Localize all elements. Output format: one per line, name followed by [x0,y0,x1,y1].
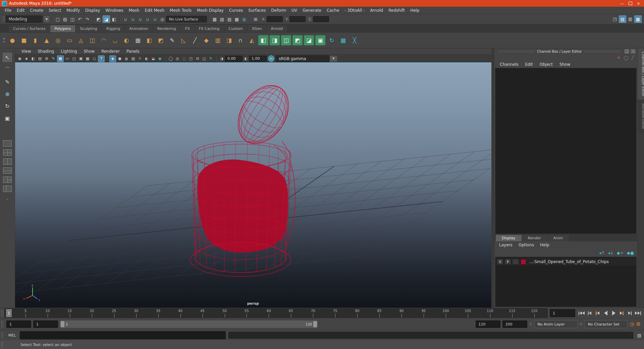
playback-start-field[interactable]: 1 [33,320,58,328]
channel-box-menu-item[interactable]: Object [537,61,555,67]
mel-label[interactable]: MEL [6,333,18,338]
extrude-face-icon[interactable]: ◧ [258,35,268,45]
poly-cone-icon[interactable]: ▲ [42,35,52,45]
help-line-grip[interactable] [1,342,3,347]
bridge-edge-icon[interactable]: ◫ [281,35,291,45]
toolbox-collapse[interactable]: - [7,197,8,201]
tab-channel-box[interactable]: Channel Box / Layer Editor [638,48,644,100]
render-view-icon[interactable]: ▦ [211,16,218,22]
toolbar-grip[interactable] [3,16,4,22]
menubar-item[interactable]: Cache [324,7,342,13]
poly-pyramid-icon[interactable]: ◬ [76,35,86,45]
menubar-item[interactable]: Redshift [386,7,408,13]
subdiv-proxy-icon[interactable]: ◡ [110,35,120,45]
snap-view-plane-icon[interactable]: ∪ [152,16,158,22]
layout-single-pane[interactable] [3,140,12,147]
time-slider-grip[interactable] [1,310,3,316]
minimize-button[interactable]: — [620,1,624,6]
play-forwards-button[interactable] [610,310,617,316]
new-scene-icon[interactable]: □ [54,16,61,22]
mirror-cut-icon[interactable]: ↻ [327,35,337,45]
layout-four-pane[interactable] [3,149,12,156]
layer-editor-tab[interactable]: Render [522,235,547,241]
rotate-tool[interactable]: ↻ [2,101,12,111]
ipr-render-icon[interactable]: ▨ [226,16,233,22]
menubar-item[interactable]: Display [83,7,103,13]
move-layer-up-icon[interactable]: ◂↑ [599,250,605,255]
save-scene-icon[interactable]: ◫ [69,16,76,22]
gamma-select[interactable]: sRGB gamma [276,55,329,62]
target-weld-icon[interactable]: ◆ [201,35,211,45]
menubar-item[interactable]: Mesh [126,7,142,13]
layer-color-swatch[interactable] [521,259,526,265]
poly-sphere-icon[interactable]: ● [7,35,17,45]
workspace-icon[interactable]: ◳ [611,15,618,22]
select-tool[interactable]: ↖ [2,52,13,63]
current-frame-field[interactable]: 1 [550,309,575,317]
move-layer-down-icon[interactable]: ◂↓ [608,250,613,255]
shadows-icon[interactable]: ◐ [144,56,150,62]
poly-cube-icon[interactable]: ■ [19,35,29,45]
bevel-icon[interactable]: ◨ [224,35,234,45]
menubar-item[interactable]: Mesh Display [194,7,226,13]
xray-joints-icon[interactable]: ◎ [174,56,180,62]
snap-projected-center-icon[interactable]: ∪ [144,16,151,22]
range-bar[interactable]: 1 120 [60,320,318,328]
new-layer-from-selected-icon[interactable]: ◆● [627,250,634,255]
shelf-tab[interactable]: FX [181,25,195,32]
merge-icon[interactable]: ▦ [133,35,143,45]
image-plane-icon[interactable]: ▤ [37,56,43,62]
menubar-item[interactable]: Select [46,7,64,13]
layer-playback-toggle[interactable]: P [504,259,511,265]
snap-point-icon[interactable]: ∪ [137,16,144,22]
menubar-item[interactable]: Create [27,7,46,13]
poly-plane-icon[interactable]: ▭ [64,35,74,45]
zoom-region-icon[interactable]: ◱ [201,56,207,62]
mel-result-field[interactable] [228,331,634,339]
camera-attributes-icon[interactable]: ◈ [23,56,30,62]
layout-outliner-persp[interactable] [3,186,12,192]
channel-box-menu-item[interactable]: Show [557,61,573,67]
make-live-icon[interactable]: ◎ [159,16,166,22]
play-backwards-button[interactable] [602,310,609,316]
live-surface-field[interactable]: No Live Surface [166,16,207,22]
booleans-icon[interactable]: ◧ [144,35,154,45]
panel-divider[interactable] [491,48,494,308]
safe-title-icon[interactable]: T [98,55,105,62]
step-forward-key-button[interactable] [618,310,625,316]
all-lights-icon[interactable]: ☼ [137,56,143,62]
menubar-item[interactable]: Generate [300,7,324,13]
viewport-menu-item[interactable]: View [18,49,34,54]
resolution-gate-icon[interactable]: ◫ [71,56,77,62]
poly-cylinder-icon[interactable]: ▮ [30,35,40,45]
contrast-field[interactable]: 1.00 [249,56,267,62]
menubar-item[interactable]: Deform [268,7,289,13]
motion-blur-icon[interactable]: ◉ [157,56,163,62]
shelf-tab[interactable]: Rigging [102,25,125,32]
contrast-icon[interactable]: ◐ [243,56,249,62]
menubar-item[interactable]: Help [408,7,422,13]
layer-editor-tab[interactable]: Display [496,235,522,241]
animation-end-field[interactable]: 200 [502,320,527,328]
shelf-tab[interactable]: Curves / Surfaces [9,25,50,32]
gamma-on-toggle[interactable]: ON [268,55,274,62]
menubar-item[interactable]: UV [289,7,300,13]
shelf-tab[interactable]: Arnold [266,25,287,32]
grid-toggle-icon[interactable]: ▦ [57,55,64,62]
symmetrize-icon[interactable]: ╳ [350,35,360,45]
poly-torus-icon[interactable]: ◎ [53,35,63,45]
shelf-tab[interactable]: Rendering [153,25,181,32]
float-panel-icon[interactable]: ❏ [625,49,629,53]
menubar-item[interactable]: Mesh Tools [167,7,194,13]
anim-layer-select[interactable]: No Anim Layer [534,320,578,328]
go-to-end-button[interactable] [634,310,641,316]
new-empty-layer-icon[interactable]: ◆+ [617,250,624,255]
snap-curve-icon[interactable]: ∪ [129,16,136,22]
select-object-icon[interactable]: ◪ [103,15,110,23]
default-material-icon[interactable]: ● [117,56,123,62]
append-face-icon[interactable]: ◩ [292,35,303,45]
animation-preferences-icon[interactable]: ⚙ [636,321,641,327]
speed-state-icon[interactable]: ◯ [624,55,628,60]
time-ruler[interactable]: 1 5 10 15 20 [4,308,548,318]
scale-tool[interactable]: ▣ [2,113,12,123]
